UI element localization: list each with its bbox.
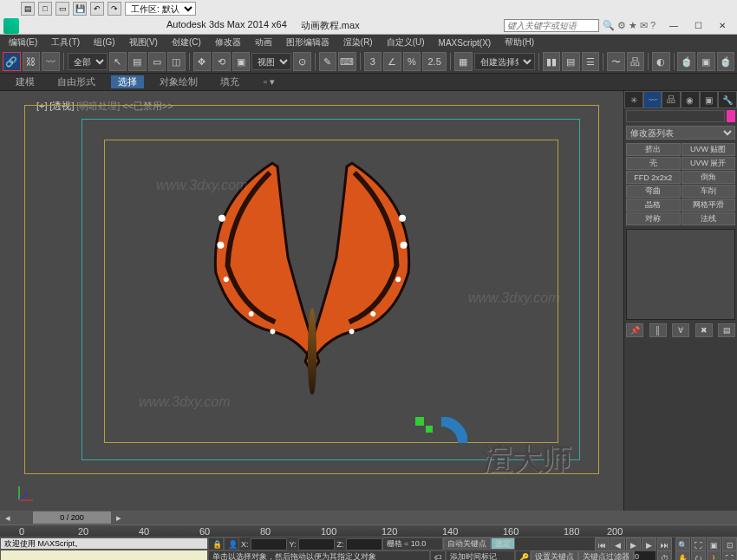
ribbon-tab-selection[interactable]: 选择 <box>111 75 144 88</box>
ribbon-tab-freeform[interactable]: 自由形式 <box>50 75 102 88</box>
keyfilter-button[interactable]: 关键点过滤器 <box>578 550 634 560</box>
redo-icon[interactable]: ↷ <box>108 2 121 16</box>
time-slider[interactable]: ◂ 0 / 200 ▸ <box>0 511 737 524</box>
editselset-button[interactable]: ▦ <box>454 52 473 71</box>
rotate-button[interactable]: ⟲ <box>212 52 231 71</box>
object-color-swatch[interactable] <box>727 110 735 122</box>
select-button[interactable]: ↖ <box>109 52 127 71</box>
select-link-button[interactable]: 🔗 <box>3 52 21 71</box>
undo-icon[interactable]: ↶ <box>90 2 104 16</box>
coord-z-input[interactable] <box>346 538 382 550</box>
menu-edit[interactable]: 编辑(E) <box>5 36 41 49</box>
current-frame-input[interactable] <box>634 550 656 560</box>
rendered-frame-button[interactable]: ▣ <box>697 52 715 71</box>
mod-lattice[interactable]: 晶格 <box>626 199 681 212</box>
cmd-tab-modify[interactable]: 〰 <box>643 91 662 108</box>
ribbon-expand-icon[interactable]: ▫ ▾ <box>264 76 275 88</box>
cmd-tab-hierarchy[interactable]: 品 <box>662 91 681 108</box>
minimize-button[interactable]: — <box>662 19 685 33</box>
ribbon-tab-populate[interactable]: 填充 <box>213 75 246 88</box>
rect-region-button[interactable]: ▭ <box>148 52 166 71</box>
mod-bevel[interactable]: 倒角 <box>682 171 736 184</box>
maxscript-input[interactable] <box>0 550 208 560</box>
open-icon[interactable]: ▭ <box>55 2 69 16</box>
selection-filter[interactable]: 全部 <box>68 53 108 70</box>
mod-extrude[interactable]: 挤出 <box>626 143 681 156</box>
setkey-button[interactable]: 设置关键点 <box>531 550 578 560</box>
mod-symmetry[interactable]: 对称 <box>626 212 681 225</box>
app-menu-icon[interactable]: ▤ <box>21 2 35 16</box>
cmd-tab-create[interactable]: ✳ <box>624 91 643 108</box>
iso-selection-icon[interactable]: 👤 <box>224 537 239 550</box>
cmd-tab-display[interactable]: ▣ <box>700 91 719 108</box>
menu-help[interactable]: 帮助(H) <box>501 36 538 49</box>
pin-stack-button[interactable]: 📌 <box>626 323 643 337</box>
mod-meshsmooth[interactable]: 网格平滑 <box>682 199 736 212</box>
menu-grapheditors[interactable]: 图形编辑器 <box>283 36 333 49</box>
maximize-button[interactable]: ☐ <box>687 19 709 33</box>
select-name-button[interactable]: ▤ <box>128 52 147 71</box>
scene-object-butterfly[interactable] <box>199 160 425 420</box>
time-slider-handle[interactable]: 0 / 200 <box>33 511 111 524</box>
mod-uvwmap[interactable]: UVW 贴图 <box>682 143 736 156</box>
scale-button[interactable]: ▣ <box>232 52 251 71</box>
render-setup-button[interactable]: 🍵 <box>677 52 695 71</box>
menu-animation[interactable]: 动画 <box>251 36 276 49</box>
angle-snap-button[interactable]: ∠ <box>383 52 401 71</box>
mod-uvwunwrap[interactable]: UVW 展开 <box>682 157 736 170</box>
menu-create[interactable]: 创建(C) <box>168 36 205 49</box>
object-name-input[interactable] <box>626 110 725 122</box>
walk-button[interactable]: 🚶 <box>707 550 721 560</box>
move-button[interactable]: ✥ <box>193 52 212 71</box>
curve-editor-button[interactable]: 〜 <box>607 52 625 71</box>
lock-selection-icon[interactable]: 🔒 <box>208 537 224 550</box>
ribbon-tab-modeling[interactable]: 建模 <box>9 75 42 88</box>
remove-mod-button[interactable]: ✖ <box>695 323 713 337</box>
window-crossing-button[interactable]: ◫ <box>167 52 186 71</box>
mod-ffd[interactable]: FFD 2x2x2 <box>626 171 681 184</box>
autokey-button[interactable]: 自动关键点 <box>443 537 491 550</box>
mod-normal[interactable]: 法线 <box>682 212 736 225</box>
close-button[interactable]: ✕ <box>711 19 734 33</box>
help-search-input[interactable] <box>504 19 599 32</box>
show-end-button[interactable]: ║ <box>649 323 667 337</box>
mirror-button[interactable]: ▮▮ <box>543 52 561 71</box>
new-icon[interactable]: □ <box>38 2 52 16</box>
coord-y-input[interactable] <box>298 538 335 550</box>
menu-group[interactable]: 组(G) <box>90 36 118 49</box>
cmd-tab-utilities[interactable]: 🔧 <box>718 91 737 108</box>
save-icon[interactable]: 💾 <box>73 2 87 16</box>
pan-button[interactable]: ✋ <box>675 550 690 560</box>
refcoord-select[interactable]: 视图 <box>251 53 291 70</box>
mod-shell[interactable]: 壳 <box>626 157 681 170</box>
menu-modifiers[interactable]: 修改器 <box>212 36 245 49</box>
pivot-center-button[interactable]: ⊙ <box>293 52 311 71</box>
menu-maxscript[interactable]: MAXScript(X) <box>435 38 495 48</box>
unlink-button[interactable]: ⛓ <box>23 52 41 71</box>
bind-spacewarp-button[interactable]: 〰 <box>42 52 60 71</box>
configure-sets-button[interactable]: ▤ <box>718 323 735 337</box>
render-button[interactable]: 🍵 <box>717 52 735 71</box>
mod-lathe[interactable]: 车削 <box>682 185 736 198</box>
named-selset[interactable]: 创建选择集 <box>474 53 535 70</box>
spinner-snap-button[interactable]: 2.5 <box>422 52 447 71</box>
align-button[interactable]: ▤ <box>562 52 580 71</box>
setkey-icon[interactable]: 🔑 <box>515 550 531 560</box>
menu-render[interactable]: 渲染(R) <box>340 36 376 49</box>
add-timetag[interactable]: 添加时间标记 <box>446 550 515 560</box>
time-ruler[interactable]: 0 20 40 60 80 100 120 140 160 180 200 <box>0 524 737 537</box>
make-unique-button[interactable]: ∀ <box>672 323 689 337</box>
menu-view[interactable]: 视图(V) <box>126 36 161 49</box>
menu-tools[interactable]: 工具(T) <box>48 36 83 49</box>
selkey-button[interactable]: 选定 <box>491 537 515 550</box>
cmd-tab-motion[interactable]: ◉ <box>681 91 700 108</box>
mod-bend[interactable]: 弯曲 <box>626 185 681 198</box>
ribbon-tab-objectpaint[interactable]: 对象绘制 <box>153 75 205 88</box>
time-config-button[interactable]: ⏱ <box>657 550 672 560</box>
material-editor-button[interactable]: ◐ <box>652 52 670 71</box>
workspace-selector[interactable]: 工作区: 默认 <box>125 2 196 16</box>
keymode-button[interactable]: ⌨ <box>338 52 356 71</box>
percent-snap-button[interactable]: % <box>403 52 421 71</box>
layers-button[interactable]: ☰ <box>582 52 600 71</box>
viewport[interactable]: [+] [透视] [明暗处理] <<已禁用>> <box>0 91 623 511</box>
